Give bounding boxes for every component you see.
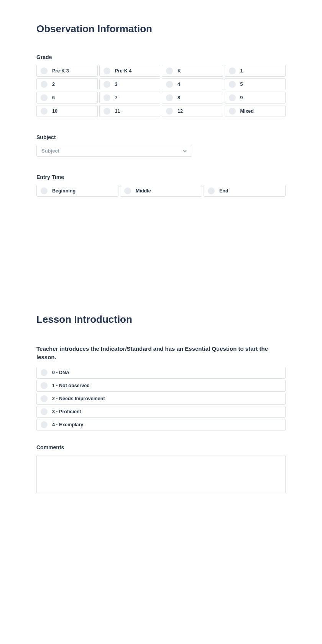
grade-option-6[interactable]: 6: [36, 92, 98, 104]
radio-icon: [41, 67, 48, 74]
grade-option-mixed[interactable]: Mixed: [225, 105, 286, 117]
radio-label: 1 - Not observed: [52, 383, 90, 388]
radio-label: 1: [240, 68, 243, 74]
grade-option-5[interactable]: 5: [225, 78, 286, 90]
grade-option-10[interactable]: 10: [36, 105, 98, 117]
radio-label: 4: [177, 82, 180, 87]
radio-icon: [41, 408, 48, 415]
radio-label: 10: [52, 108, 58, 114]
question1-options-list: 0 - DNA 1 - Not observed 2 - Needs Impro…: [36, 367, 286, 431]
grade-option-12[interactable]: 12: [162, 105, 223, 117]
radio-icon: [229, 108, 236, 115]
radio-label: 2 - Needs Improvement: [52, 396, 105, 401]
subject-select[interactable]: Subject: [36, 145, 192, 157]
radio-icon: [41, 395, 48, 402]
entry-time-option-end[interactable]: End: [204, 185, 286, 197]
grade-option-prek3[interactable]: Pre-K 3: [36, 65, 98, 77]
radio-icon: [104, 108, 110, 115]
radio-label: 3 - Proficient: [52, 409, 81, 414]
radio-icon: [104, 94, 110, 101]
radio-label: 5: [240, 82, 243, 87]
radio-label: Pre-K 4: [115, 68, 132, 74]
grade-option-11[interactable]: 11: [99, 105, 161, 117]
section-title-observation: Observation Information: [36, 23, 286, 35]
radio-icon: [41, 81, 48, 88]
radio-label: 3: [115, 82, 118, 87]
radio-label: 12: [177, 108, 183, 114]
comments-textarea[interactable]: [36, 455, 286, 493]
entry-time-label: Entry Time: [36, 174, 286, 180]
subject-select-wrapper: Subject: [36, 145, 192, 157]
radio-icon: [166, 94, 173, 101]
section-title-lesson-intro: Lesson Introduction: [36, 314, 286, 325]
entry-time-options-grid: Beginning Middle End: [36, 185, 286, 197]
grade-option-3[interactable]: 3: [99, 78, 161, 90]
radio-label: 11: [115, 108, 120, 114]
radio-icon: [229, 67, 236, 74]
q1-option-2[interactable]: 2 - Needs Improvement: [36, 393, 286, 405]
radio-icon: [229, 94, 236, 101]
radio-icon: [208, 187, 215, 194]
grade-option-1[interactable]: 1: [225, 65, 286, 77]
radio-label: 2: [52, 82, 55, 87]
grade-option-8[interactable]: 8: [162, 92, 223, 104]
entry-time-option-middle[interactable]: Middle: [120, 185, 202, 197]
question1-label: Teacher introduces the Indicator/Standar…: [36, 345, 286, 361]
q1-option-3[interactable]: 3 - Proficient: [36, 406, 286, 418]
radio-icon: [124, 187, 131, 194]
grade-label: Grade: [36, 54, 286, 60]
radio-label: 8: [177, 95, 180, 100]
radio-icon: [166, 81, 173, 88]
radio-label: Mixed: [240, 108, 254, 114]
radio-label: Pre-K 3: [52, 68, 69, 74]
radio-label: 6: [52, 95, 55, 100]
grade-options-grid: Pre-K 3 Pre-K 4 K 1 2 3 4 5 6 7 8 9: [36, 65, 286, 117]
radio-icon: [41, 187, 48, 194]
radio-icon: [166, 108, 173, 115]
grade-option-7[interactable]: 7: [99, 92, 161, 104]
radio-label: 4 - Exemplary: [52, 422, 83, 427]
radio-label: Beginning: [52, 188, 76, 194]
grade-option-9[interactable]: 9: [225, 92, 286, 104]
radio-icon: [104, 81, 110, 88]
subject-label: Subject: [36, 134, 286, 140]
radio-icon: [41, 108, 48, 115]
grade-option-prek4[interactable]: Pre-K 4: [99, 65, 161, 77]
radio-icon: [41, 382, 48, 389]
radio-icon: [41, 369, 48, 376]
q1-option-1[interactable]: 1 - Not observed: [36, 380, 286, 392]
q1-option-4[interactable]: 4 - Exemplary: [36, 419, 286, 431]
radio-icon: [104, 67, 110, 74]
radio-icon: [41, 94, 48, 101]
radio-label: K: [177, 68, 181, 74]
entry-time-option-beginning[interactable]: Beginning: [36, 185, 118, 197]
radio-label: End: [219, 188, 228, 194]
radio-icon: [166, 67, 173, 74]
radio-icon: [229, 81, 236, 88]
grade-option-k[interactable]: K: [162, 65, 223, 77]
radio-label: 0 - DNA: [52, 370, 69, 375]
grade-option-2[interactable]: 2: [36, 78, 98, 90]
radio-label: Middle: [136, 188, 151, 194]
radio-icon: [41, 421, 48, 428]
grade-option-4[interactable]: 4: [162, 78, 223, 90]
radio-label: 9: [240, 95, 243, 100]
chevron-down-icon: [182, 149, 187, 153]
subject-placeholder: Subject: [41, 148, 59, 154]
comments-label: Comments: [36, 444, 286, 450]
q1-option-0[interactable]: 0 - DNA: [36, 367, 286, 379]
radio-label: 7: [115, 95, 118, 100]
